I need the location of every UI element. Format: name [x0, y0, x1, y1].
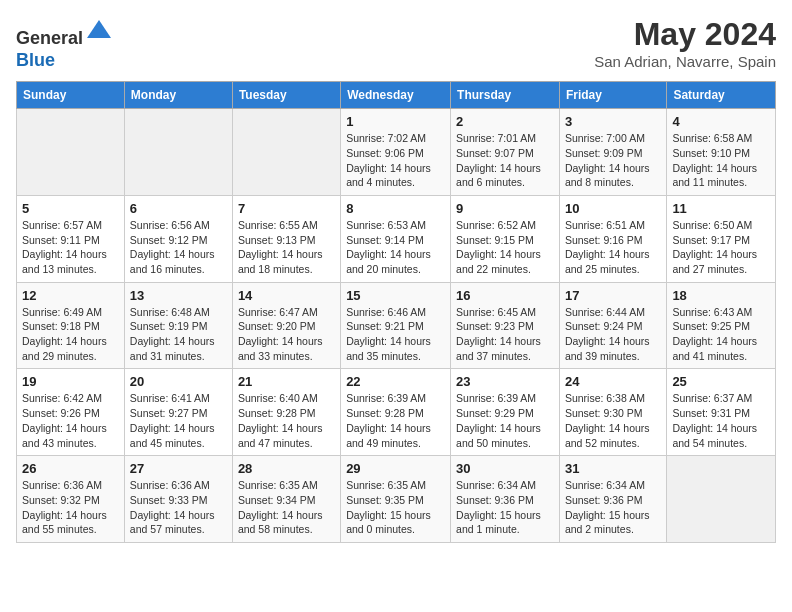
day-info: Sunrise: 6:51 AMSunset: 9:16 PMDaylight:…: [565, 218, 661, 277]
calendar-cell: 31 Sunrise: 6:34 AMSunset: 9:36 PMDaylig…: [559, 456, 666, 543]
calendar-cell: 22 Sunrise: 6:39 AMSunset: 9:28 PMDaylig…: [341, 369, 451, 456]
day-number: 17: [565, 288, 661, 303]
day-number: 1: [346, 114, 445, 129]
day-number: 8: [346, 201, 445, 216]
calendar-cell: 10 Sunrise: 6:51 AMSunset: 9:16 PMDaylig…: [559, 195, 666, 282]
weekday-header: Monday: [124, 82, 232, 109]
day-number: 28: [238, 461, 335, 476]
day-number: 13: [130, 288, 227, 303]
day-number: 12: [22, 288, 119, 303]
day-info: Sunrise: 6:56 AMSunset: 9:12 PMDaylight:…: [130, 218, 227, 277]
title-block: May 2024 San Adrian, Navarre, Spain: [594, 16, 776, 70]
day-number: 30: [456, 461, 554, 476]
calendar-week-row: 5 Sunrise: 6:57 AMSunset: 9:11 PMDayligh…: [17, 195, 776, 282]
day-number: 10: [565, 201, 661, 216]
calendar-cell: 5 Sunrise: 6:57 AMSunset: 9:11 PMDayligh…: [17, 195, 125, 282]
day-info: Sunrise: 6:50 AMSunset: 9:17 PMDaylight:…: [672, 218, 770, 277]
day-info: Sunrise: 6:49 AMSunset: 9:18 PMDaylight:…: [22, 305, 119, 364]
day-number: 9: [456, 201, 554, 216]
day-number: 3: [565, 114, 661, 129]
day-info: Sunrise: 6:57 AMSunset: 9:11 PMDaylight:…: [22, 218, 119, 277]
calendar-week-row: 12 Sunrise: 6:49 AMSunset: 9:18 PMDaylig…: [17, 282, 776, 369]
calendar-body: 1 Sunrise: 7:02 AMSunset: 9:06 PMDayligh…: [17, 109, 776, 543]
calendar-cell: [232, 109, 340, 196]
calendar-week-row: 19 Sunrise: 6:42 AMSunset: 9:26 PMDaylig…: [17, 369, 776, 456]
day-info: Sunrise: 6:45 AMSunset: 9:23 PMDaylight:…: [456, 305, 554, 364]
calendar-cell: 8 Sunrise: 6:53 AMSunset: 9:14 PMDayligh…: [341, 195, 451, 282]
calendar-cell: 27 Sunrise: 6:36 AMSunset: 9:33 PMDaylig…: [124, 456, 232, 543]
day-number: 18: [672, 288, 770, 303]
calendar-cell: 30 Sunrise: 6:34 AMSunset: 9:36 PMDaylig…: [451, 456, 560, 543]
day-info: Sunrise: 6:44 AMSunset: 9:24 PMDaylight:…: [565, 305, 661, 364]
logo-blue: Blue: [16, 50, 55, 70]
day-number: 4: [672, 114, 770, 129]
calendar-week-row: 26 Sunrise: 6:36 AMSunset: 9:32 PMDaylig…: [17, 456, 776, 543]
day-number: 26: [22, 461, 119, 476]
day-info: Sunrise: 6:55 AMSunset: 9:13 PMDaylight:…: [238, 218, 335, 277]
calendar-cell: 23 Sunrise: 6:39 AMSunset: 9:29 PMDaylig…: [451, 369, 560, 456]
month-title: May 2024: [594, 16, 776, 53]
calendar-cell: 26 Sunrise: 6:36 AMSunset: 9:32 PMDaylig…: [17, 456, 125, 543]
day-info: Sunrise: 6:53 AMSunset: 9:14 PMDaylight:…: [346, 218, 445, 277]
calendar-table: SundayMondayTuesdayWednesdayThursdayFrid…: [16, 81, 776, 543]
day-info: Sunrise: 6:40 AMSunset: 9:28 PMDaylight:…: [238, 391, 335, 450]
day-info: Sunrise: 6:58 AMSunset: 9:10 PMDaylight:…: [672, 131, 770, 190]
calendar-cell: 13 Sunrise: 6:48 AMSunset: 9:19 PMDaylig…: [124, 282, 232, 369]
calendar-cell: 15 Sunrise: 6:46 AMSunset: 9:21 PMDaylig…: [341, 282, 451, 369]
day-number: 25: [672, 374, 770, 389]
day-info: Sunrise: 7:00 AMSunset: 9:09 PMDaylight:…: [565, 131, 661, 190]
day-info: Sunrise: 6:48 AMSunset: 9:19 PMDaylight:…: [130, 305, 227, 364]
calendar-cell: 17 Sunrise: 6:44 AMSunset: 9:24 PMDaylig…: [559, 282, 666, 369]
day-number: 6: [130, 201, 227, 216]
calendar-cell: 24 Sunrise: 6:38 AMSunset: 9:30 PMDaylig…: [559, 369, 666, 456]
day-number: 15: [346, 288, 445, 303]
day-info: Sunrise: 6:36 AMSunset: 9:32 PMDaylight:…: [22, 478, 119, 537]
day-number: 21: [238, 374, 335, 389]
day-info: Sunrise: 6:47 AMSunset: 9:20 PMDaylight:…: [238, 305, 335, 364]
logo: General Blue: [16, 16, 113, 71]
day-info: Sunrise: 6:39 AMSunset: 9:29 PMDaylight:…: [456, 391, 554, 450]
day-info: Sunrise: 6:42 AMSunset: 9:26 PMDaylight:…: [22, 391, 119, 450]
calendar-header-row: SundayMondayTuesdayWednesdayThursdayFrid…: [17, 82, 776, 109]
day-info: Sunrise: 6:52 AMSunset: 9:15 PMDaylight:…: [456, 218, 554, 277]
day-number: 2: [456, 114, 554, 129]
day-number: 22: [346, 374, 445, 389]
day-number: 20: [130, 374, 227, 389]
day-info: Sunrise: 6:34 AMSunset: 9:36 PMDaylight:…: [456, 478, 554, 537]
calendar-cell: 20 Sunrise: 6:41 AMSunset: 9:27 PMDaylig…: [124, 369, 232, 456]
calendar-cell: 14 Sunrise: 6:47 AMSunset: 9:20 PMDaylig…: [232, 282, 340, 369]
calendar-cell: 28 Sunrise: 6:35 AMSunset: 9:34 PMDaylig…: [232, 456, 340, 543]
weekday-header: Friday: [559, 82, 666, 109]
day-info: Sunrise: 7:01 AMSunset: 9:07 PMDaylight:…: [456, 131, 554, 190]
calendar-cell: 11 Sunrise: 6:50 AMSunset: 9:17 PMDaylig…: [667, 195, 776, 282]
calendar-week-row: 1 Sunrise: 7:02 AMSunset: 9:06 PMDayligh…: [17, 109, 776, 196]
calendar-cell: 1 Sunrise: 7:02 AMSunset: 9:06 PMDayligh…: [341, 109, 451, 196]
calendar-cell: 3 Sunrise: 7:00 AMSunset: 9:09 PMDayligh…: [559, 109, 666, 196]
weekday-header: Thursday: [451, 82, 560, 109]
calendar-cell: 21 Sunrise: 6:40 AMSunset: 9:28 PMDaylig…: [232, 369, 340, 456]
calendar-cell: 4 Sunrise: 6:58 AMSunset: 9:10 PMDayligh…: [667, 109, 776, 196]
day-info: Sunrise: 6:43 AMSunset: 9:25 PMDaylight:…: [672, 305, 770, 364]
day-number: 11: [672, 201, 770, 216]
calendar-cell: [124, 109, 232, 196]
weekday-header: Tuesday: [232, 82, 340, 109]
day-number: 23: [456, 374, 554, 389]
day-info: Sunrise: 6:34 AMSunset: 9:36 PMDaylight:…: [565, 478, 661, 537]
calendar-cell: 12 Sunrise: 6:49 AMSunset: 9:18 PMDaylig…: [17, 282, 125, 369]
calendar-cell: 18 Sunrise: 6:43 AMSunset: 9:25 PMDaylig…: [667, 282, 776, 369]
day-number: 19: [22, 374, 119, 389]
day-number: 24: [565, 374, 661, 389]
day-number: 16: [456, 288, 554, 303]
calendar-cell: 29 Sunrise: 6:35 AMSunset: 9:35 PMDaylig…: [341, 456, 451, 543]
calendar-cell: [17, 109, 125, 196]
svg-marker-0: [87, 20, 111, 38]
calendar-cell: 9 Sunrise: 6:52 AMSunset: 9:15 PMDayligh…: [451, 195, 560, 282]
day-number: 14: [238, 288, 335, 303]
day-info: Sunrise: 6:35 AMSunset: 9:35 PMDaylight:…: [346, 478, 445, 537]
weekday-header: Wednesday: [341, 82, 451, 109]
day-info: Sunrise: 6:46 AMSunset: 9:21 PMDaylight:…: [346, 305, 445, 364]
calendar-cell: 6 Sunrise: 6:56 AMSunset: 9:12 PMDayligh…: [124, 195, 232, 282]
day-info: Sunrise: 6:35 AMSunset: 9:34 PMDaylight:…: [238, 478, 335, 537]
day-info: Sunrise: 7:02 AMSunset: 9:06 PMDaylight:…: [346, 131, 445, 190]
day-info: Sunrise: 6:37 AMSunset: 9:31 PMDaylight:…: [672, 391, 770, 450]
